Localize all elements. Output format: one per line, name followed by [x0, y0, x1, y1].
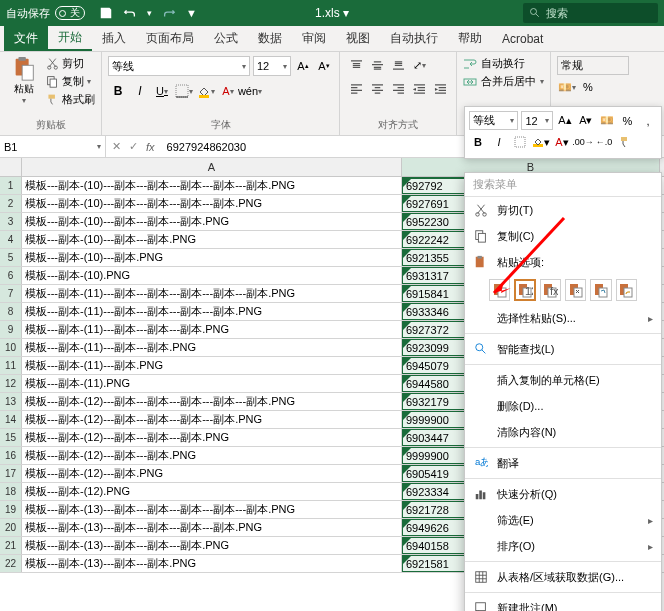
cell[interactable]: 模板---副本-(11).PNG — [22, 375, 402, 392]
tab-review[interactable]: 审阅 — [292, 26, 336, 51]
select-all-corner[interactable] — [0, 158, 22, 176]
menu-quick-analysis[interactable]: 快速分析(Q) — [465, 481, 661, 507]
mini-currency-icon[interactable]: 💴 — [598, 112, 616, 130]
font-size-select[interactable]: 12▾ — [253, 56, 291, 76]
tab-home[interactable]: 开始 — [48, 26, 92, 51]
row-header[interactable]: 3 — [0, 213, 22, 230]
cell[interactable]: 模板---副本-(12).PNG — [22, 483, 402, 500]
paste-formatting-icon[interactable] — [590, 279, 611, 301]
autosave-toggle[interactable]: 自动保存 关 — [6, 6, 85, 21]
menu-from-table[interactable]: 从表格/区域获取数据(G)... — [465, 564, 661, 590]
row-header[interactable]: 13 — [0, 393, 22, 410]
phonetic-button[interactable]: wén▾ — [240, 82, 260, 100]
cell[interactable]: 模板---副本-(11)---副本---副本---副本---副本---副本.PN… — [22, 285, 402, 302]
mini-font-select[interactable]: 等线▾ — [469, 111, 518, 130]
row-header[interactable]: 18 — [0, 483, 22, 500]
paste-button[interactable]: 粘贴 ▾ — [6, 54, 42, 117]
tab-insert[interactable]: 插入 — [92, 26, 136, 51]
align-bottom-icon[interactable] — [388, 56, 408, 74]
menu-smart-lookup[interactable]: 智能查找(L) — [465, 336, 661, 362]
confirm-icon[interactable]: ✓ — [129, 140, 138, 153]
menu-new-note[interactable]: 新建批注(M) — [465, 595, 661, 611]
cell[interactable]: 模板---副本-(13)---副本---副本---副本.PNG — [22, 537, 402, 554]
mini-italic-button[interactable]: I — [490, 133, 508, 151]
tab-acrobat[interactable]: Acrobat — [492, 26, 553, 51]
mini-bold-button[interactable]: B — [469, 133, 487, 151]
search-input[interactable]: 搜索 — [523, 3, 658, 23]
tab-view[interactable]: 视图 — [336, 26, 380, 51]
paste-transpose-icon[interactable] — [565, 279, 586, 301]
cell[interactable]: 模板---副本-(11)---副本---副本---副本.PNG — [22, 321, 402, 338]
cell[interactable]: 模板---副本-(12)---副本---副本---副本---副本---副本.PN… — [22, 393, 402, 410]
menu-copy[interactable]: 复制(C) — [465, 223, 661, 249]
cell[interactable]: 模板---副本-(10)---副本---副本---副本---副本---副本.PN… — [22, 177, 402, 194]
font-color-button[interactable]: A▾ — [218, 82, 238, 100]
cell[interactable]: 模板---副本-(11)---副本---副本---副本---副本.PNG — [22, 303, 402, 320]
tab-automate[interactable]: 自动执行 — [380, 26, 448, 51]
cell[interactable]: 模板---副本-(13)---副本---副本.PNG — [22, 555, 402, 572]
tab-file[interactable]: 文件 — [4, 26, 48, 51]
number-format-select[interactable]: 常规 — [557, 56, 629, 75]
orientation-icon[interactable]: ⤢▾ — [409, 56, 429, 74]
row-header[interactable]: 10 — [0, 339, 22, 356]
cut-button[interactable]: 剪切 — [46, 56, 95, 71]
paste-formulas-icon[interactable]: fx — [540, 279, 561, 301]
mini-comma-icon[interactable]: , — [639, 112, 657, 130]
cell[interactable]: 模板---副本-(12)---副本---副本.PNG — [22, 447, 402, 464]
border-button[interactable]: ▾ — [174, 82, 194, 100]
paste-all-icon[interactable] — [489, 279, 510, 301]
paste-link-icon[interactable] — [616, 279, 637, 301]
mini-font-color-icon[interactable]: A▾ — [553, 133, 571, 151]
align-right-icon[interactable] — [388, 79, 408, 97]
row-header[interactable]: 4 — [0, 231, 22, 248]
row-header[interactable]: 21 — [0, 537, 22, 554]
row-header[interactable]: 1 — [0, 177, 22, 194]
row-header[interactable]: 11 — [0, 357, 22, 374]
indent-decrease-icon[interactable] — [409, 79, 429, 97]
cell[interactable]: 模板---副本-(10)---副本---副本---副本---副本.PNG — [22, 195, 402, 212]
mini-fill-icon[interactable]: ▾ — [532, 133, 550, 151]
row-header[interactable]: 7 — [0, 285, 22, 302]
bold-button[interactable]: B — [108, 82, 128, 100]
redo-icon[interactable] — [162, 6, 176, 20]
copy-button[interactable]: 复制▾ — [46, 74, 95, 89]
row-header[interactable]: 5 — [0, 249, 22, 266]
menu-clear[interactable]: 清除内容(N) — [465, 419, 661, 445]
row-header[interactable]: 19 — [0, 501, 22, 518]
currency-icon[interactable]: 💴▾ — [557, 78, 577, 96]
menu-delete[interactable]: 删除(D)... — [465, 393, 661, 419]
row-header[interactable]: 15 — [0, 429, 22, 446]
mini-format-painter-icon[interactable] — [616, 133, 634, 151]
mini-percent-icon[interactable]: % — [618, 112, 636, 130]
decrease-font-icon[interactable]: A▾ — [315, 57, 333, 75]
cell[interactable]: 模板---副本-(13)---副本---副本---副本---副本---副本.PN… — [22, 501, 402, 518]
row-header[interactable]: 12 — [0, 375, 22, 392]
row-header[interactable]: 9 — [0, 321, 22, 338]
menu-paste-special[interactable]: 选择性粘贴(S)...▸ — [465, 305, 661, 331]
mini-decimal-inc-icon[interactable]: .00→ — [574, 133, 592, 151]
menu-search-input[interactable]: 搜索菜单 — [465, 173, 661, 197]
cell[interactable]: 模板---副本-(10)---副本---副本---副本.PNG — [22, 213, 402, 230]
menu-sort[interactable]: 排序(O)▸ — [465, 533, 661, 559]
align-center-icon[interactable] — [367, 79, 387, 97]
mini-increase-font-icon[interactable]: A▴ — [556, 112, 574, 130]
format-painter-button[interactable]: 格式刷 — [46, 92, 95, 107]
underline-button[interactable]: U▾ — [152, 82, 172, 100]
cell[interactable]: 模板---副本-(11)---副本.PNG — [22, 357, 402, 374]
row-header[interactable]: 6 — [0, 267, 22, 284]
menu-translate[interactable]: aあ 翻译 — [465, 450, 661, 476]
cell[interactable]: 模板---副本-(10)---副本.PNG — [22, 249, 402, 266]
fill-color-button[interactable]: ▾ — [196, 82, 216, 100]
menu-cut[interactable]: 剪切(T) — [465, 197, 661, 223]
cell[interactable]: 模板---副本-(10)---副本---副本.PNG — [22, 231, 402, 248]
increase-font-icon[interactable]: A▴ — [294, 57, 312, 75]
tab-formulas[interactable]: 公式 — [204, 26, 248, 51]
cell[interactable]: 模板---副本-(12)---副本---副本---副本.PNG — [22, 429, 402, 446]
percent-icon[interactable]: % — [578, 78, 598, 96]
name-box[interactable]: B1▾ — [0, 136, 106, 157]
align-middle-icon[interactable] — [367, 56, 387, 74]
align-left-icon[interactable] — [346, 79, 366, 97]
mini-decimal-dec-icon[interactable]: ←.0 — [595, 133, 613, 151]
row-header[interactable]: 14 — [0, 411, 22, 428]
paste-values-icon[interactable]: 123 — [514, 279, 535, 301]
